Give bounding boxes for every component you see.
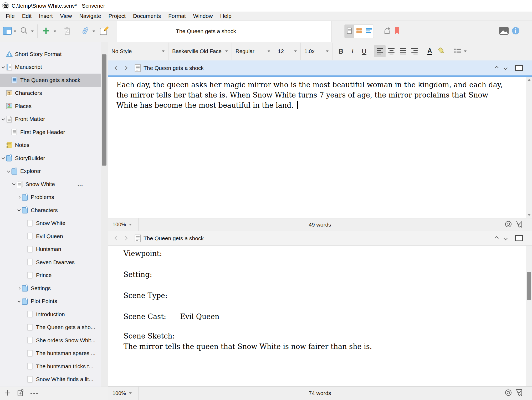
add-folder-button[interactable]	[17, 389, 25, 398]
previous-document-button[interactable]	[492, 234, 501, 243]
menu-documents[interactable]: Documents	[129, 13, 165, 19]
disclosure-right-icon[interactable]	[16, 196, 22, 198]
back-button[interactable]	[112, 234, 121, 243]
more-options-icon[interactable]: ...	[78, 181, 83, 188]
compose-button[interactable]	[99, 21, 109, 42]
scene-cast-row[interactable]: Scene Cast:Evil Queen	[124, 311, 511, 322]
binder-item[interactable]: StoryBuilder	[0, 152, 101, 165]
list-button[interactable]	[452, 45, 469, 57]
more-options-button[interactable]	[30, 393, 38, 394]
screenshot-button[interactable]	[499, 21, 509, 42]
align-center-button[interactable]	[386, 45, 397, 57]
font-variant-select[interactable]: Regular	[232, 42, 274, 60]
align-left-button[interactable]	[374, 45, 386, 57]
menu-window[interactable]: Window	[190, 13, 217, 19]
disclosure-down-icon[interactable]	[1, 66, 6, 68]
forward-button[interactable]	[121, 234, 130, 243]
binder-item[interactable]: Prince	[0, 269, 101, 282]
editor-top-content[interactable]: Each day, the queen asks her magic mirro…	[108, 77, 532, 218]
split-editor-button[interactable]	[515, 65, 523, 71]
next-document-button[interactable]	[501, 64, 510, 73]
binder-item[interactable]: She orders Snow Whit...	[0, 334, 101, 347]
binder-scrollbar-thumb[interactable]	[102, 54, 106, 166]
disclosure-down-icon[interactable]	[11, 183, 16, 185]
target-button[interactable]	[505, 389, 512, 397]
scene-sketch-text[interactable]: The mirror tells the queen that Snow Whi…	[124, 341, 511, 352]
forward-button[interactable]	[121, 64, 130, 73]
add-button[interactable]	[42, 21, 50, 42]
next-document-button[interactable]	[501, 234, 510, 243]
binder-panel-button[interactable]	[3, 21, 12, 42]
style-select[interactable]: No Style	[108, 42, 168, 60]
binder-item[interactable]: Huntsman	[0, 243, 101, 256]
scene-sketch-label[interactable]: Scene Sketch:	[124, 331, 511, 341]
setting-label[interactable]: Setting:	[124, 269, 511, 280]
binder-item[interactable]: First Page Header	[0, 126, 101, 139]
align-right-button[interactable]	[409, 45, 420, 57]
disclosure-down-icon[interactable]	[16, 209, 22, 211]
binder-item[interactable]: Characters	[0, 87, 101, 100]
menu-edit[interactable]: Edit	[18, 13, 35, 19]
editor-bottom-content[interactable]: Viewpoint: Setting: Scene Type: Scene Ca…	[108, 246, 532, 386]
font-size-select[interactable]: 12	[274, 42, 300, 60]
binder-item[interactable]: Problems	[0, 191, 101, 204]
menu-view[interactable]: View	[57, 13, 76, 19]
binder-scrollbar[interactable]	[101, 42, 108, 387]
binder-item[interactable]: The huntsman spares ...	[0, 347, 101, 360]
search-button[interactable]	[20, 21, 28, 42]
corkboard-view-button[interactable]	[354, 25, 364, 38]
previous-document-button[interactable]	[492, 64, 501, 73]
close-button[interactable]	[0, 0, 12, 12]
binder-item[interactable]: Seven Dwarves	[0, 256, 101, 269]
binder-item[interactable]: The huntsman tricks t...	[0, 360, 101, 373]
italic-button[interactable]: I	[347, 45, 358, 57]
binder-panel-dropdown[interactable]	[14, 21, 16, 42]
menu-help[interactable]: Help	[216, 13, 235, 19]
binder-item[interactable]: Short Story Format	[0, 48, 101, 61]
menu-format[interactable]: Format	[165, 13, 190, 19]
disclosure-down-icon[interactable]	[6, 170, 11, 172]
share-button[interactable]	[382, 21, 392, 42]
outline-view-button[interactable]	[364, 25, 374, 38]
binder-item[interactable]: Notes	[0, 139, 101, 152]
editor-bottom-scrollbar-thumb[interactable]	[527, 272, 531, 300]
trash-button[interactable]	[63, 21, 71, 42]
menu-navigate[interactable]: Navigate	[76, 13, 105, 19]
doc-check-button[interactable]	[516, 389, 523, 398]
binder-item[interactable]: Snow White	[0, 217, 101, 230]
target-button[interactable]	[505, 220, 512, 229]
menu-project[interactable]: Project	[105, 13, 129, 19]
doc-check-button[interactable]	[516, 220, 523, 229]
bookmark-button[interactable]	[394, 21, 400, 42]
editor-top-text[interactable]: Each day, the queen asks her magic mirro…	[108, 77, 532, 110]
paperclip-dropdown[interactable]	[93, 21, 95, 42]
search-dropdown[interactable]	[31, 21, 34, 42]
info-button[interactable]	[511, 21, 520, 42]
binder-item[interactable]: The Queen gets a sho...	[0, 321, 101, 334]
disclosure-down-icon[interactable]	[16, 300, 22, 302]
add-dropdown[interactable]	[54, 21, 56, 42]
binder-item[interactable]: Introduction	[0, 308, 101, 321]
binder-item[interactable]: Snow White...	[0, 178, 101, 191]
scroll-down-icon[interactable]	[527, 214, 531, 216]
menu-file[interactable]: File	[2, 13, 18, 19]
scene-type-label[interactable]: Scene Type:	[124, 290, 511, 301]
add-item-button[interactable]	[4, 389, 11, 397]
disclosure-down-icon[interactable]	[1, 118, 6, 120]
menu-insert[interactable]: Insert	[35, 13, 57, 19]
text-color-button[interactable]: A	[424, 45, 436, 57]
binder-item[interactable]: Settings	[0, 282, 101, 295]
underline-button[interactable]: U	[358, 45, 370, 57]
justify-button[interactable]	[397, 45, 409, 57]
binder-item[interactable]: Evil Queen	[0, 230, 101, 243]
line-spacing-select[interactable]: 1.0x	[301, 42, 332, 60]
binder-item[interactable]: The Queen gets a shock	[0, 74, 101, 87]
binder-item[interactable]: Plot Points	[0, 295, 101, 308]
binder-item[interactable]: Snow White finds a lit...	[0, 373, 101, 386]
back-button[interactable]	[112, 64, 121, 73]
highlight-button[interactable]	[436, 45, 447, 57]
binder-item[interactable]: Characters	[0, 204, 101, 217]
scroll-up-icon[interactable]	[527, 79, 531, 81]
editor-bottom-scrollbar[interactable]	[526, 246, 532, 386]
binder-item[interactable]: Front Matter	[0, 113, 101, 126]
